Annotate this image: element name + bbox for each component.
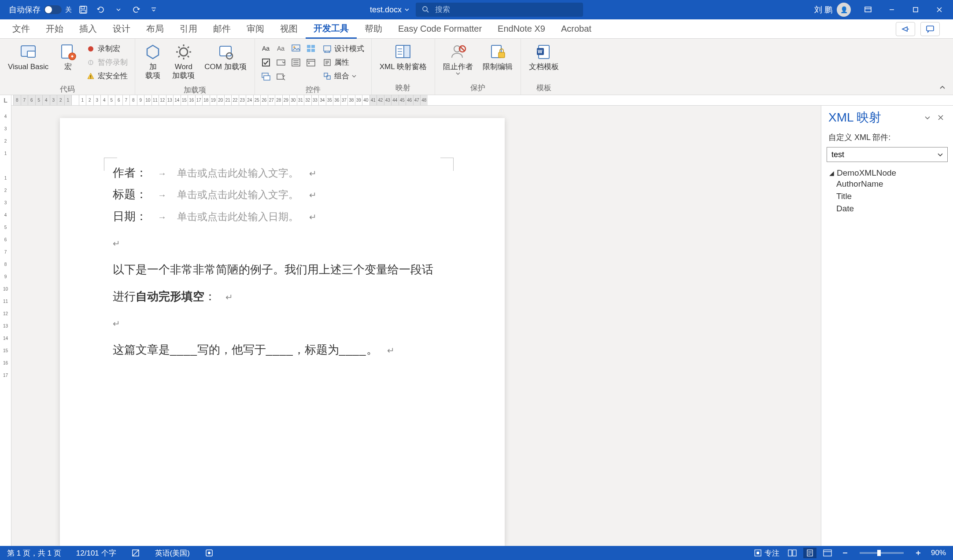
rtf-content-ctl-icon[interactable]: Aa [259,42,273,55]
picture-ctl-icon[interactable] [289,42,303,55]
properties-button[interactable]: 属性 [320,56,367,69]
autosave-toggle[interactable]: 自动保存 关 [9,4,72,15]
undo-icon[interactable] [95,4,107,16]
xml-part-select[interactable]: test [827,147,948,162]
status-proofing-icon[interactable] [129,549,142,557]
svg-rect-0 [80,6,87,13]
status-language[interactable]: 英语(美国) [153,548,192,558]
block-authors-button[interactable]: 阻止作者 [440,41,476,78]
zoom-out-icon[interactable] [838,548,852,558]
status-page[interactable]: 第 1 页，共 1 页 [5,548,63,558]
tree-root[interactable]: ◢ DemoXMLNode [827,168,947,178]
zoom-level[interactable]: 90% [929,549,948,557]
close-pane-icon[interactable] [935,112,946,123]
author-placeholder[interactable]: 单击或点击此处输入文字。 [177,164,299,183]
macro-security-button[interactable]: 宏安全性 [84,70,130,82]
horizontal-ruler[interactable]: L 87654321123456789101112131415161718192… [0,95,953,106]
addins-button[interactable]: 加 载项 [140,41,166,83]
collapse-ribbon-icon[interactable] [939,84,946,91]
tab-references[interactable]: 引用 [172,19,205,39]
user-account[interactable]: 刘 鹏 👤 [811,3,854,17]
tab-mailings[interactable]: 邮件 [205,19,239,39]
combobox-ctl-icon[interactable] [274,56,288,69]
date-picker-ctl-icon[interactable] [304,56,318,69]
close-icon[interactable] [929,0,949,19]
plain-text-ctl-icon[interactable]: Aa [274,42,288,55]
title-placeholder[interactable]: 单击或点击此处输入文字。 [177,185,299,205]
undo-dropdown-icon[interactable] [112,4,125,16]
date-placeholder[interactable]: 单击或点击此处输入日期。 [177,207,299,227]
paragraph[interactable]: 这篇文章是____写的，他写于____，标题为____。 ↵ [113,339,452,361]
tab-endnote[interactable]: EndNote X9 [490,19,553,39]
ruler-tick: 11 [151,95,159,105]
tree-node[interactable]: Title [827,190,947,203]
tree-node[interactable]: Date [827,203,947,215]
tree-collapse-icon[interactable]: ◢ [829,169,834,177]
focus-mode-button[interactable]: 专注 [752,548,781,558]
macros-button[interactable]: 宏 [55,41,81,74]
svg-rect-2 [81,10,85,13]
document-title[interactable]: test.docx [370,5,410,15]
search-box[interactable] [416,3,583,17]
paragraph[interactable]: 进行自动完形填空： ↵ [113,285,452,308]
tree-node[interactable]: AuthorName [827,178,947,190]
restrict-editing-button[interactable]: 限制编辑 [479,41,516,74]
record-macro-button[interactable]: 录制宏 [84,42,130,55]
web-layout-icon[interactable] [821,548,834,558]
tab-insert[interactable]: 插入 [71,19,105,39]
paragraph[interactable]: 以下是一个非常非常简陋的例子。我们用上述三个变量给一段话 [113,258,452,281]
ruler-tick: 24 [246,95,253,105]
checkbox-ctl-icon[interactable] [259,56,273,69]
print-layout-icon[interactable] [803,548,816,558]
pane-options-icon[interactable] [922,112,933,123]
tab-developer[interactable]: 开发工具 [306,19,357,39]
minimize-icon[interactable] [882,0,902,19]
tab-selector-icon[interactable]: L [0,95,11,106]
ruler-tick: 48 [420,95,428,105]
svg-rect-41 [404,45,410,58]
search-input[interactable] [435,5,577,14]
tab-design[interactable]: 设计 [105,19,138,39]
ruler-tick: 26 [260,95,268,105]
read-mode-icon[interactable] [786,548,799,558]
svg-rect-26 [307,49,310,52]
share-button[interactable] [896,22,915,36]
page: 作者： → 单击或点击此处输入文字。 ↵ 标题： → 单击或点击此处输入文字。 … [60,118,505,546]
com-addins-button[interactable]: COM 加载项 [201,41,250,74]
tab-review[interactable]: 审阅 [239,19,272,39]
dropdown-ctl-icon[interactable] [289,56,303,69]
repeating-section-ctl-icon[interactable] [259,70,273,83]
title-label: 标题： [113,184,147,205]
design-mode-icon [323,44,332,53]
status-macro-icon[interactable] [203,549,215,557]
word-addins-button[interactable]: Word 加载项 [169,41,198,83]
maximize-icon[interactable] [905,0,926,19]
tab-acrobat[interactable]: Acrobat [553,19,599,39]
document-area[interactable]: 作者： → 单击或点击此处输入文字。 ↵ 标题： → 单击或点击此处输入文字。 … [11,106,821,546]
ribbon-display-icon[interactable] [858,0,878,19]
vertical-ruler[interactable]: 43211234567891011121314151617 [0,106,11,546]
zoom-in-icon[interactable] [912,548,925,558]
zoom-slider[interactable] [860,552,904,554]
xml-mapping-pane-button[interactable]: XML 映射窗格 [376,41,430,74]
tab-layout[interactable]: 布局 [138,19,172,39]
save-icon[interactable] [77,4,89,16]
tab-easy-code-formatter[interactable]: Easy Code Formatter [390,19,490,39]
design-mode-button[interactable]: 设计模式 [320,42,367,55]
comments-button[interactable] [920,22,940,36]
tab-help[interactable]: 帮助 [357,19,390,39]
tab-home[interactable]: 开始 [38,19,71,39]
group-controls-button[interactable]: 组合 [320,70,367,82]
qat-customize-icon[interactable] [148,4,160,16]
redo-icon[interactable] [130,4,142,16]
tab-view[interactable]: 视图 [272,19,306,39]
visual-basic-button[interactable]: Visual Basic [4,41,52,74]
xml-tree: ◢ DemoXMLNode AuthorNameTitleDate [821,164,953,219]
building-block-ctl-icon[interactable] [304,42,318,55]
document-template-button[interactable]: W 文档模板 [525,41,562,74]
status-words[interactable]: 12/101 个字 [74,548,118,558]
tab-file[interactable]: 文件 [4,19,38,39]
ruler-tick: 33 [311,95,319,105]
group-mapping: XML 映射窗格 映射 [372,39,435,95]
legacy-tools-icon[interactable] [274,70,288,83]
